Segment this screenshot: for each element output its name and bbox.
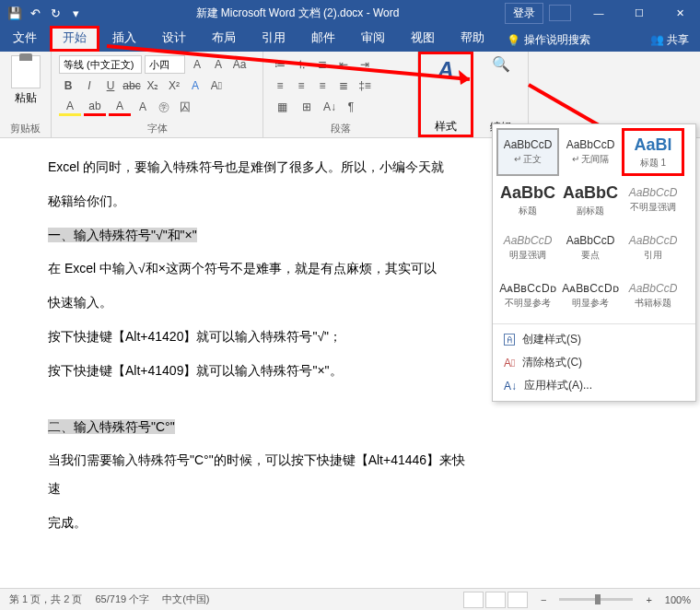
style-quote[interactable]: AaBbCcD引用: [622, 224, 684, 272]
align-center-icon[interactable]: ≡: [292, 76, 310, 95]
tab-mailings[interactable]: 邮件: [298, 26, 348, 52]
doc-paragraph[interactable]: 按下快捷键【Alt+41420】就可以输入特殊符号"√"；: [48, 323, 466, 351]
doc-paragraph[interactable]: 按下快捷键【Alt+41409】就可以输入特殊符号"×"。: [48, 357, 466, 385]
style-normal[interactable]: AaBbCcD↵ 正文: [496, 128, 559, 176]
zoom-in-icon[interactable]: +: [646, 594, 651, 605]
style-nospacing[interactable]: AaBbCcD↵ 无间隔: [559, 128, 622, 176]
style-intense-ref[interactable]: AᴀBʙCᴄDᴅ明显参考: [559, 272, 622, 320]
ribbon-display-icon[interactable]: [549, 5, 571, 21]
maximize-button[interactable]: ☐: [619, 0, 659, 26]
tab-layout[interactable]: 布局: [199, 26, 249, 52]
clear-format-icon: A⃠: [504, 357, 515, 370]
zoom-level[interactable]: 100%: [665, 594, 691, 605]
tab-references[interactable]: 引用: [249, 26, 298, 52]
bullets-icon[interactable]: ≔: [271, 55, 289, 74]
char-border-icon[interactable]: 囚: [176, 98, 194, 116]
doc-paragraph[interactable]: Excel 的同时，要输入特殊符号也是难倒了很多人。所以，小编今天就: [48, 153, 466, 182]
redo-icon[interactable]: ↻: [46, 4, 64, 22]
tab-file[interactable]: 文件: [0, 26, 50, 52]
page-count[interactable]: 第 1 页，共 2 页: [9, 592, 82, 606]
style-subtitle[interactable]: AaBbC副标题: [559, 176, 622, 224]
decrease-font-icon[interactable]: A: [209, 55, 228, 74]
doc-paragraph[interactable]: 完成。: [48, 509, 466, 537]
tab-design[interactable]: 设计: [149, 26, 199, 52]
login-button[interactable]: 登录: [505, 3, 543, 24]
style-title[interactable]: AaBbC标题: [496, 176, 559, 224]
font-name-select[interactable]: 等线 (中文正文): [59, 55, 142, 74]
print-layout-icon[interactable]: [485, 592, 506, 608]
superscript-button[interactable]: X²: [165, 76, 183, 95]
style-strong[interactable]: AaBbCcD要点: [559, 224, 622, 272]
tab-insert[interactable]: 插入: [99, 26, 149, 52]
font-size-select[interactable]: 小四: [145, 55, 185, 74]
doc-blank[interactable]: [48, 391, 466, 407]
doc-paragraph[interactable]: 快速输入。: [48, 288, 466, 317]
phonetic-icon[interactable]: A: [134, 98, 152, 116]
style-preview: AaBbCcD: [504, 138, 553, 151]
strike-button[interactable]: abc: [122, 76, 141, 95]
shading-icon[interactable]: ▦: [271, 98, 293, 116]
qat-customize-icon[interactable]: ▾: [66, 4, 85, 22]
create-style-icon: 🄰: [504, 334, 515, 346]
align-right-icon[interactable]: ≡: [313, 76, 332, 95]
tab-home[interactable]: 开始: [50, 26, 99, 52]
style-subtle-ref[interactable]: AᴀBʙCᴄDᴅ不明显参考: [496, 272, 559, 320]
style-subtle-emphasis[interactable]: AaBbCcD不明显强调: [622, 176, 684, 224]
text-effects-icon[interactable]: A: [186, 76, 204, 95]
sort-icon[interactable]: A↓: [321, 98, 339, 116]
close-button[interactable]: ✕: [659, 0, 700, 26]
change-case-icon[interactable]: Aa: [230, 55, 249, 74]
borders-icon[interactable]: ⊞: [296, 98, 318, 116]
undo-icon[interactable]: ↶: [26, 4, 44, 22]
document-body[interactable]: Excel 的同时，要输入特殊符号也是难倒了很多人。所以，小编今天就 秘籍给你们…: [0, 138, 479, 537]
clear-format-icon[interactable]: A⃠: [207, 76, 226, 95]
highlight-button[interactable]: A: [59, 98, 81, 116]
font-color-button[interactable]: ab: [84, 98, 106, 116]
numbering-icon[interactable]: ⒈: [292, 55, 310, 74]
style-name: 书籍标题: [635, 297, 671, 310]
enclose-icon[interactable]: ㊫: [155, 98, 173, 116]
apply-style-menuitem[interactable]: A↓应用样式(A)...: [493, 374, 695, 397]
save-icon[interactable]: 💾: [6, 4, 24, 22]
italic-button[interactable]: I: [80, 76, 99, 95]
style-book-title[interactable]: AaBbCcD书籍标题: [622, 272, 684, 320]
language[interactable]: 中文(中国): [162, 592, 209, 606]
menu-label: 创建样式(S): [522, 332, 581, 347]
underline-button[interactable]: U: [101, 76, 120, 95]
tell-me-label: 操作说明搜索: [524, 32, 590, 48]
tab-view[interactable]: 视图: [398, 26, 448, 52]
line-spacing-icon[interactable]: ‡≡: [356, 76, 374, 95]
word-count[interactable]: 65/719 个字: [95, 592, 149, 606]
share-button[interactable]: 👥 共享: [639, 29, 700, 52]
minimize-button[interactable]: —: [578, 0, 619, 26]
tab-review[interactable]: 审阅: [348, 26, 398, 52]
paragraph-group: ≔ ⒈ ≣ ⇤ ⇥ ≡ ≡ ≡ ≣ ‡≡ ▦ ⊞ A↓ ¶ 段落: [263, 52, 418, 137]
style-intense-emphasis[interactable]: AaBbCcD明显强调: [496, 224, 559, 272]
font-color2-button[interactable]: A: [109, 98, 131, 116]
zoom-out-icon[interactable]: −: [541, 594, 546, 605]
create-style-menuitem[interactable]: 🄰创建样式(S): [493, 328, 695, 351]
increase-font-icon[interactable]: A: [188, 55, 206, 74]
style-preview: AaBbCcD: [629, 186, 678, 199]
doc-paragraph[interactable]: 当我们需要输入特殊符号"C°"的时候，可以按下快捷键【Alt+41446】来快速: [48, 446, 466, 503]
web-layout-icon[interactable]: [508, 592, 528, 608]
align-left-icon[interactable]: ≡: [271, 76, 289, 95]
zoom-slider[interactable]: [559, 598, 633, 601]
tab-help[interactable]: 帮助: [448, 26, 497, 52]
multilevel-icon[interactable]: ≣: [313, 55, 332, 74]
clear-format-menuitem[interactable]: A⃠清除格式(C): [493, 351, 695, 374]
justify-icon[interactable]: ≣: [334, 76, 353, 95]
styles-group[interactable]: A 样式: [418, 52, 473, 137]
style-heading1[interactable]: AaBl标题 1: [622, 128, 684, 176]
subscript-button[interactable]: X₂: [144, 76, 162, 95]
style-name: ↵ 无间隔: [572, 153, 610, 166]
paste-button[interactable]: 粘贴: [7, 55, 43, 106]
doc-paragraph[interactable]: 在 Excel 中输入√和×这两个符号不是难事，就是有点麻烦，其实可以: [48, 254, 466, 283]
doc-paragraph[interactable]: 秘籍给你们。: [48, 187, 466, 216]
bold-button[interactable]: B: [59, 76, 77, 95]
decrease-indent-icon[interactable]: ⇤: [334, 55, 353, 74]
tell-me-search[interactable]: 💡 操作说明搜索: [497, 29, 600, 52]
read-mode-icon[interactable]: [463, 592, 484, 608]
increase-indent-icon[interactable]: ⇥: [356, 55, 374, 74]
show-marks-icon[interactable]: ¶: [342, 98, 360, 116]
